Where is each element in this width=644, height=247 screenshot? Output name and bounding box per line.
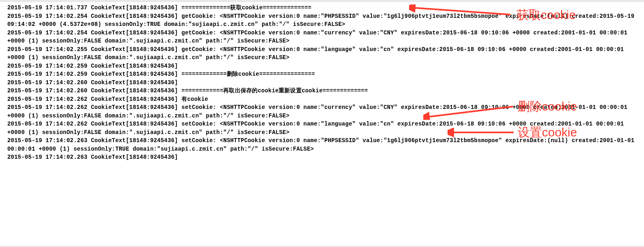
console-log-output: 2015-05-19 17:14:01.737 CookieText[18148… bbox=[0, 2, 644, 163]
